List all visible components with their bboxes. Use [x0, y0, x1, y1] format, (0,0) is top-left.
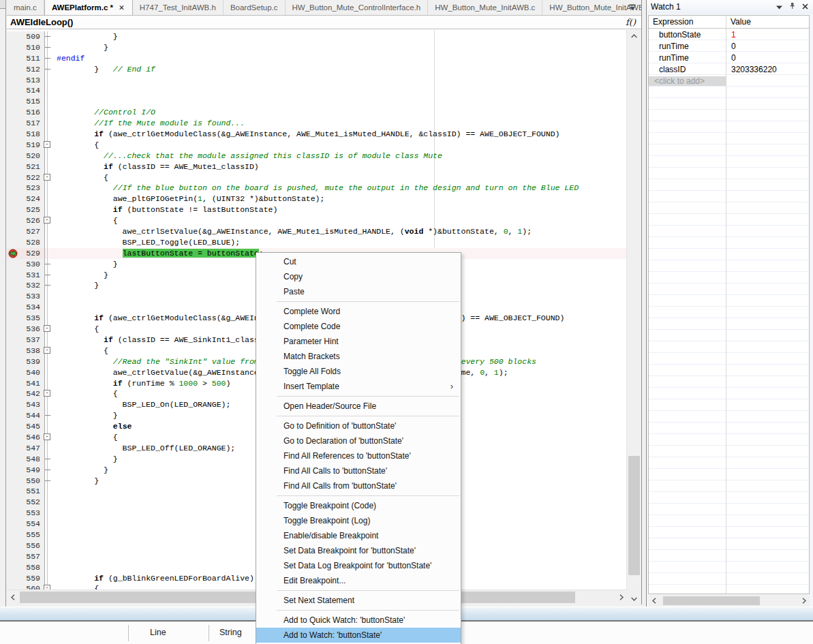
code-text[interactable]: awe_pltGPIOGetPin(1, (UINT32 *)&buttonSt… [57, 194, 324, 204]
line-number-gutter[interactable]: 520 [7, 151, 45, 162]
line-number-gutter[interactable]: 543 [7, 399, 45, 410]
code-text[interactable]: } [57, 270, 108, 281]
code-line[interactable]: 512 } // End if [7, 64, 627, 75]
code-text[interactable]: } [57, 454, 118, 465]
code-line[interactable]: 519- { [7, 140, 627, 151]
menu-item-paste[interactable]: Paste [256, 284, 461, 299]
line-number-gutter[interactable]: 527 [7, 226, 45, 237]
menu-item-cut[interactable]: Cut [256, 254, 461, 269]
menu-item-enable-disable-breakpoint[interactable]: Enable/disable Breakpoint [256, 528, 461, 543]
line-number-gutter[interactable]: 551 [7, 486, 45, 497]
line-number-gutter[interactable]: 517 [7, 118, 45, 129]
fold-margin[interactable] [45, 540, 57, 551]
fold-collapse-icon[interactable]: - [44, 141, 50, 148]
watch-row[interactable]: runTime0 [649, 40, 809, 52]
fold-margin[interactable] [45, 31, 57, 42]
line-number-gutter[interactable]: 553 [7, 508, 45, 519]
code-text[interactable]: if (runTime % 1000 > 500) [57, 378, 230, 389]
fold-margin[interactable] [45, 562, 57, 573]
fold-margin[interactable] [45, 410, 57, 421]
code-text[interactable]: #endif [57, 53, 85, 64]
collapsed-side-panel-strip[interactable] [0, 0, 6, 607]
line-number-gutter[interactable]: 533 [7, 291, 45, 302]
line-number-gutter[interactable]: 513 [7, 75, 45, 86]
fold-margin[interactable]: - [45, 388, 57, 399]
code-text[interactable]: else [57, 421, 132, 432]
watch-value-cell[interactable]: 0 [726, 42, 736, 51]
line-number-gutter[interactable]: 541 [7, 378, 45, 389]
fold-margin[interactable] [45, 421, 57, 432]
code-line[interactable]: 528 BSP_LED_Toggle(LED_BLUE); [7, 237, 627, 248]
watch-expression-cell[interactable]: runTime [649, 42, 726, 51]
code-text[interactable]: if (classID == AWE_SinkInt1_classID) [57, 335, 273, 346]
fold-margin[interactable]: - [45, 346, 57, 356]
code-line[interactable]: 520 //...check that the module assigned … [7, 151, 627, 162]
code-text[interactable]: //Control I/O [57, 107, 155, 118]
fold-collapse-icon[interactable]: - [44, 347, 50, 354]
menu-item-open-header-source-file[interactable]: Open Header/Source File [256, 399, 461, 414]
fold-margin[interactable] [45, 96, 57, 107]
tab-aweplatform.c-[interactable]: AWEPlatform.c *✕ [44, 0, 133, 15]
tab-close-icon[interactable]: ✕ [118, 3, 125, 12]
fold-margin[interactable] [45, 399, 57, 410]
code-text[interactable]: if (g_bBlinkGreenLEDForBoardAlive) [57, 573, 254, 584]
watch-value-cell[interactable]: 1 [726, 30, 736, 40]
fold-margin[interactable] [45, 465, 57, 476]
fold-margin[interactable] [45, 237, 57, 248]
line-number-gutter[interactable]: 524 [7, 194, 45, 204]
code-line[interactable]: 509 } [7, 31, 627, 42]
menu-item-set-next-statement[interactable]: Set Next Statement [256, 593, 461, 608]
line-number-gutter[interactable]: 550 [7, 476, 45, 487]
code-text[interactable]: { [57, 432, 118, 443]
code-text[interactable]: } [57, 259, 118, 270]
code-text[interactable]: BSP_LED_Toggle(LED_BLUE); [57, 237, 240, 248]
line-number-gutter[interactable]: 509 [7, 31, 45, 42]
code-text[interactable]: } // End if [57, 64, 155, 75]
fold-margin[interactable] [45, 194, 57, 204]
code-line[interactable]: 511#endif [7, 53, 627, 64]
code-line[interactable]: 524 awe_pltGPIOGetPin(1, (UINT32 *)&butt… [7, 194, 627, 204]
fold-margin[interactable] [45, 476, 57, 487]
code-text[interactable]: { [57, 172, 108, 183]
line-number-gutter[interactable]: 528 [7, 237, 45, 248]
close-icon[interactable] [802, 2, 808, 12]
line-number-gutter[interactable]: 512 [7, 64, 45, 75]
fold-margin[interactable] [45, 573, 57, 584]
code-text[interactable]: { [57, 140, 99, 151]
fold-margin[interactable]: - [45, 140, 57, 151]
line-number-gutter[interactable]: 539 [7, 356, 45, 367]
fold-margin[interactable]: - [45, 215, 57, 226]
watch-expression-cell[interactable]: buttonState [649, 30, 726, 40]
fold-collapse-icon[interactable]: - [44, 174, 50, 181]
fold-margin[interactable]: - [45, 324, 57, 335]
line-number-gutter[interactable]: 511 [7, 53, 45, 64]
watch-rows[interactable]: buttonState1runTime0runTime0classID32033… [649, 29, 809, 594]
fold-margin[interactable] [45, 248, 57, 259]
line-number-gutter[interactable]: 530 [7, 259, 45, 270]
code-line[interactable]: 514 [7, 85, 627, 96]
line-number-gutter[interactable]: 559 [7, 573, 45, 584]
fold-margin[interactable] [45, 226, 57, 237]
menu-item-complete-word[interactable]: Complete Word [256, 304, 461, 319]
fold-margin[interactable]: - [45, 432, 57, 443]
code-text[interactable]: if (classID == AWE_Mute1_classID) [57, 162, 259, 172]
fold-margin[interactable] [45, 270, 57, 281]
line-number-gutter[interactable]: 532 [7, 280, 45, 291]
fold-collapse-icon[interactable]: - [44, 217, 50, 224]
menu-item-toggle-breakpoint-code[interactable]: Toggle Breakpoint (Code) [256, 498, 461, 513]
fold-margin[interactable] [45, 530, 57, 540]
menu-item-set-data-breakpoint-for-buttonstate[interactable]: Set Data Breakpoint for 'buttonState' [256, 543, 461, 558]
function-list-icon[interactable]: f() [626, 17, 636, 27]
line-number-gutter[interactable]: 549 [7, 465, 45, 476]
vertical-scrollbar[interactable] [626, 30, 641, 604]
code-line[interactable]: 522- { [7, 172, 627, 183]
tab-overflow-dropdown-icon[interactable] [627, 3, 638, 12]
code-text[interactable]: awe_ctrlSetValue(&g_AWEInstance, AWE_Mut… [57, 226, 532, 237]
line-number-gutter[interactable]: 542 [7, 388, 45, 399]
code-line[interactable]: 513 [7, 75, 627, 86]
fold-collapse-icon[interactable]: - [44, 325, 50, 332]
code-text[interactable]: if (awe_ctrlGetModuleClass(&g_AWEInstanc… [57, 129, 559, 140]
fold-margin[interactable] [45, 443, 57, 454]
scroll-down-arrow-icon[interactable] [628, 593, 640, 604]
line-number-gutter[interactable]: 536 [7, 324, 45, 335]
